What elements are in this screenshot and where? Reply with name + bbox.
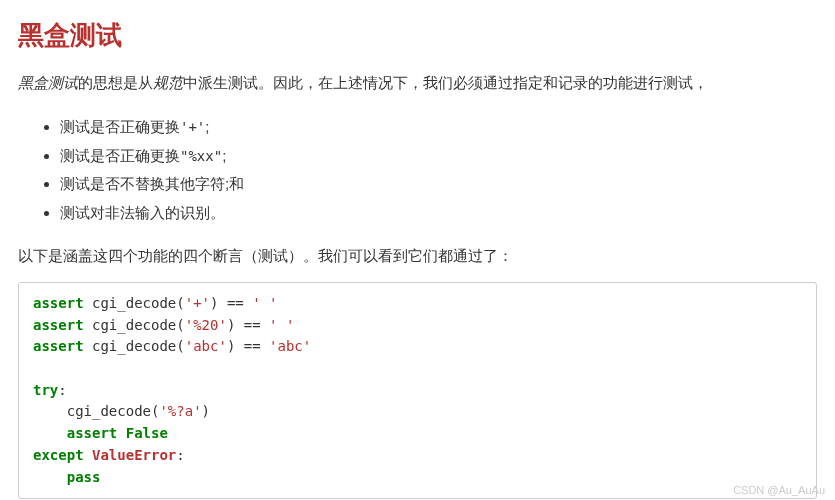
code-text: cgi_decode( <box>84 338 185 354</box>
intro-em2: 规范 <box>153 74 183 91</box>
code-text: ) == <box>227 317 269 333</box>
intro-paragraph: 黑盒测试的思想是从规范中派生测试。因此，在上述情况下，我们必须通过指定和记录的功… <box>18 71 817 95</box>
code-exception: ValueError <box>92 447 176 463</box>
kw-pass: pass <box>67 469 101 485</box>
code-string: 'abc' <box>269 338 311 354</box>
watermark: CSDN @Au_AuAu <box>733 484 825 496</box>
code-value: False <box>126 425 168 441</box>
li2-pre: 测试是否正确更换 <box>60 147 180 164</box>
li2-post: ; <box>222 147 226 164</box>
li1-post: ; <box>205 118 209 135</box>
code-string: 'abc' <box>185 338 227 354</box>
intro-t1: 的思想是从 <box>78 74 153 91</box>
code-text: cgi_decode( <box>84 295 185 311</box>
li1-pre: 测试是否正确更换 <box>60 118 180 135</box>
code-string: '%?a' <box>159 403 201 419</box>
code-text: ) <box>202 403 210 419</box>
list-item: 测试对非法输入的识别。 <box>60 199 817 228</box>
li1-code: '+' <box>180 119 205 135</box>
intro-em1: 黑盒测试 <box>18 74 78 91</box>
kw-except: except <box>33 447 84 463</box>
kw-assert: assert <box>33 338 84 354</box>
intro-t2: 中派生测试。因此，在上述情况下，我们必须通过指定和记录的功能进行测试， <box>183 74 708 91</box>
code-text <box>33 425 67 441</box>
list-item: 测试是否不替换其他字符;和 <box>60 170 817 199</box>
code-string: '%20' <box>185 317 227 333</box>
code-text <box>84 447 92 463</box>
code-text: cgi_decode( <box>84 317 185 333</box>
code-text: ) == <box>210 295 252 311</box>
code-text <box>33 469 67 485</box>
code-string: ' ' <box>269 317 294 333</box>
kw-assert: assert <box>33 317 84 333</box>
code-text: : <box>176 447 184 463</box>
code-text <box>117 425 125 441</box>
list-item: 测试是否正确更换'+'; <box>60 113 817 142</box>
followup-text: 以下是涵盖这四个功能的四个断言（测试）。我们可以看到它们都通过了： <box>18 247 817 266</box>
kw-assert: assert <box>67 425 118 441</box>
code-text: ) == <box>227 338 269 354</box>
heading-title: 黑盒测试 <box>18 18 817 53</box>
code-string: '+' <box>185 295 210 311</box>
kw-assert: assert <box>33 295 84 311</box>
code-text: cgi_decode( <box>33 403 159 419</box>
code-block: assert cgi_decode('+') == ' ' assert cgi… <box>18 282 817 499</box>
code-text: : <box>58 382 66 398</box>
code-string: ' ' <box>252 295 277 311</box>
kw-try: try <box>33 382 58 398</box>
feature-list: 测试是否正确更换'+'; 测试是否正确更换"%xx"; 测试是否不替换其他字符;… <box>60 113 817 227</box>
list-item: 测试是否正确更换"%xx"; <box>60 142 817 171</box>
li2-code: "%xx" <box>180 148 222 164</box>
